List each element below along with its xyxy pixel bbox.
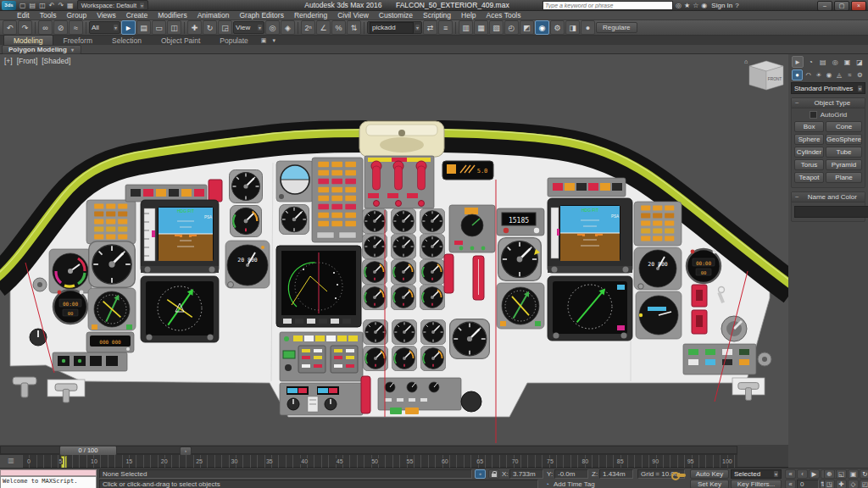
select-and-manipulate-icon[interactable]: ◈ bbox=[281, 20, 295, 35]
key-filters-button[interactable]: Key Filters... bbox=[731, 480, 782, 488]
close-button[interactable]: × bbox=[851, 1, 866, 11]
rendered-frame-icon[interactable]: ◨ bbox=[565, 20, 580, 35]
teapot-button[interactable]: Teapot bbox=[794, 172, 824, 183]
standby-vsi[interactable] bbox=[279, 204, 309, 234]
selection-filter-dropdown[interactable]: All▾ bbox=[89, 21, 120, 34]
menu-views[interactable]: Views bbox=[92, 11, 121, 20]
track-bar[interactable]: ▥ 05101520253035404550556065707580859095… bbox=[0, 455, 737, 468]
align-icon[interactable]: ≡ bbox=[438, 20, 453, 35]
engine-color-gauge[interactable] bbox=[49, 249, 92, 293]
pilot-hsi[interactable] bbox=[141, 276, 219, 342]
max-logo-icon[interactable]: 3ds bbox=[2, 1, 16, 10]
zoom-all-icon[interactable]: ◱ bbox=[836, 469, 847, 479]
named-selection-sets-field-input[interactable] bbox=[370, 22, 414, 34]
pilot-clock[interactable]: 00:00 00 bbox=[53, 290, 87, 324]
undo-quick-icon[interactable]: ↶ bbox=[48, 1, 56, 10]
trackbar-mode-icon[interactable]: ▥ bbox=[0, 455, 23, 468]
open-file-icon[interactable]: ▤ bbox=[29, 1, 37, 10]
menu-scripting[interactable]: Scripting bbox=[418, 11, 456, 20]
pilot-ehsi-display[interactable] bbox=[276, 246, 361, 327]
isolate-selection-icon[interactable]: ◦ bbox=[475, 469, 486, 479]
pilot-gauge-top[interactable] bbox=[230, 170, 263, 203]
material-editor-icon[interactable]: ◉ bbox=[535, 20, 549, 35]
scene-explorer-icon[interactable]: ▥ bbox=[459, 20, 473, 35]
workspace-dropdown[interactable]: Workspace: Default ▾ bbox=[77, 0, 148, 10]
viewport-front[interactable]: [+] [Front] [Shaded] bbox=[0, 54, 788, 445]
viewport-menu-shading[interactable]: [Shaded] bbox=[42, 57, 70, 65]
project-folder-icon[interactable]: ▦ bbox=[66, 1, 75, 10]
center-caution-panel[interactable] bbox=[312, 158, 363, 242]
walk-through-icon[interactable]: ◇ bbox=[848, 480, 859, 488]
object-name-input[interactable] bbox=[794, 206, 868, 218]
box-button[interactable]: Box bbox=[794, 121, 824, 132]
ribbon-tab-selection[interactable]: Selection bbox=[103, 36, 151, 45]
search-input[interactable] bbox=[542, 1, 673, 10]
copilot-guarded-switch-bottom[interactable] bbox=[692, 310, 707, 334]
copilot-altimeter[interactable]: 20 800 bbox=[634, 247, 682, 290]
menu-civil-view[interactable]: Civil View bbox=[332, 11, 374, 20]
selection-lock-icon[interactable] bbox=[488, 469, 499, 479]
render-production-icon[interactable]: ● bbox=[581, 20, 595, 35]
pyramid-button[interactable]: Pyramid bbox=[826, 159, 862, 170]
select-and-scale-icon[interactable]: ◲ bbox=[218, 20, 232, 35]
motion-tab[interactable]: ◎ bbox=[830, 57, 840, 67]
named-selection-sets-field[interactable]: ▾ bbox=[367, 21, 422, 34]
select-and-rotate-icon[interactable]: ↻ bbox=[203, 20, 217, 35]
select-object-icon[interactable]: ► bbox=[121, 20, 136, 35]
compass-housing[interactable] bbox=[359, 121, 444, 157]
macro-recorder-line[interactable] bbox=[0, 469, 97, 476]
ribbon-tab-object-paint[interactable]: Object Paint bbox=[152, 36, 209, 45]
viewport-menu-pov[interactable]: [Front] bbox=[17, 57, 38, 65]
angle-snap-icon[interactable]: ∠ bbox=[316, 20, 331, 35]
torus-button[interactable]: Torus bbox=[794, 159, 824, 170]
menu-modifiers[interactable]: Modifiers bbox=[153, 11, 192, 20]
unlink-selection-icon[interactable]: ⊘ bbox=[53, 20, 68, 35]
pilot-adi[interactable]: HDG FIT PSA bbox=[141, 200, 219, 273]
undo-icon[interactable]: ↶ bbox=[3, 20, 17, 35]
minimize-button[interactable]: – bbox=[817, 1, 832, 11]
previous-frame-button[interactable]: ‹ bbox=[797, 469, 808, 479]
fire-handle-panel[interactable] bbox=[364, 156, 434, 208]
copilot-rmi[interactable] bbox=[497, 283, 544, 329]
redo-icon[interactable]: ↷ bbox=[18, 20, 32, 35]
spinner-snap-icon[interactable]: ⇅ bbox=[347, 20, 361, 35]
x-coordinate-field[interactable]: 3.733m bbox=[509, 469, 543, 479]
ribbon-collapse-icon[interactable]: ▾ bbox=[270, 36, 278, 45]
pilot-dme-display[interactable]: 000 000 bbox=[86, 332, 134, 352]
bind-to-space-warp-icon[interactable]: ≈ bbox=[69, 20, 83, 35]
panel-knob-dark[interactable] bbox=[30, 329, 47, 346]
favorites-icon[interactable]: ☆ bbox=[693, 2, 698, 9]
go-to-start-button[interactable]: « bbox=[785, 469, 796, 479]
pilot-light-panel[interactable] bbox=[53, 352, 127, 371]
geosphere-button[interactable]: GeoSphere bbox=[826, 134, 862, 145]
fire-handle[interactable] bbox=[393, 161, 403, 190]
ribbon-panel-icon[interactable]: ▣ bbox=[259, 36, 270, 45]
zoom-region-icon[interactable]: ◳ bbox=[824, 480, 835, 488]
ribbon-tab-modeling[interactable]: Modeling bbox=[3, 35, 53, 45]
copilot-hsi[interactable] bbox=[548, 276, 632, 341]
create-tab[interactable]: ► bbox=[792, 56, 804, 68]
helpers-category[interactable]: ◬ bbox=[835, 70, 844, 80]
maximize-viewport-icon[interactable]: ◰ bbox=[860, 480, 868, 488]
set-key-button[interactable]: Set Key bbox=[690, 480, 729, 488]
menu-group[interactable]: Group bbox=[62, 11, 92, 20]
shapes-category[interactable]: ◠ bbox=[804, 70, 813, 80]
pan-icon[interactable]: ✚ bbox=[836, 480, 847, 488]
percent-snap-icon[interactable]: % bbox=[331, 20, 346, 35]
render-setup-icon[interactable]: ⚙ bbox=[550, 20, 565, 35]
orbit-icon[interactable]: ↻ bbox=[860, 469, 868, 479]
select-by-name-icon[interactable]: ▤ bbox=[136, 20, 151, 35]
pilot-annunciator[interactable] bbox=[86, 200, 136, 244]
z-coordinate-field[interactable]: 1.434m bbox=[599, 469, 633, 479]
menu-help[interactable]: Help bbox=[456, 11, 481, 20]
red-lever-left[interactable] bbox=[444, 254, 453, 293]
mirror-icon[interactable]: ⇄ bbox=[423, 20, 437, 35]
copilot-preselect-display[interactable]: 15185 bbox=[497, 208, 544, 236]
utilities-tab[interactable]: ◪ bbox=[854, 57, 865, 67]
plane-button[interactable]: Plane bbox=[826, 172, 862, 183]
center-compass-gauge[interactable] bbox=[450, 319, 490, 359]
viewcube-front-face[interactable]: FRONT bbox=[768, 77, 782, 81]
window-crossing-icon[interactable]: ◫ bbox=[167, 20, 181, 35]
add-time-tag[interactable]: Add Time Tag bbox=[554, 480, 595, 488]
zoom-icon[interactable]: ⊕ bbox=[824, 469, 835, 479]
